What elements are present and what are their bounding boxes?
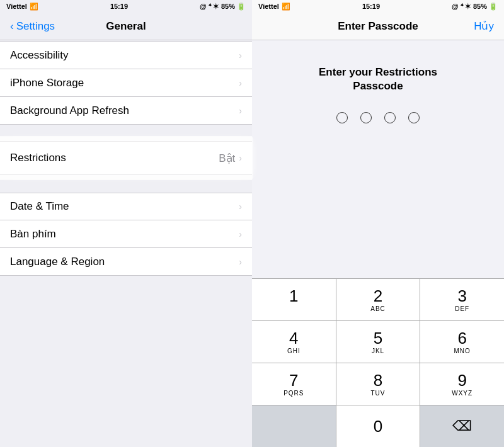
key-1-number: 1 <box>289 288 298 304</box>
accessibility-row[interactable]: Accessibility › <box>0 42 252 69</box>
keyboard-right: › <box>239 229 242 239</box>
restrictions-chevron: › <box>239 153 242 163</box>
key-5-number: 5 <box>374 330 382 346</box>
key-5-letters: JKL <box>372 348 384 354</box>
key-0[interactable]: 0 <box>336 405 421 447</box>
key-backspace[interactable]: ⌫ <box>420 405 504 447</box>
dot-1 <box>336 112 348 123</box>
keyboard-row[interactable]: Bàn phím › <box>0 220 252 248</box>
dot-4 <box>408 112 420 123</box>
restrictions-value: Bật <box>219 152 235 165</box>
passcode-prompt: Enter your RestrictionsPasscode <box>319 65 437 93</box>
dot-2 <box>360 112 372 123</box>
key-6-number: 6 <box>457 330 466 346</box>
keyboard-label: Bàn phím <box>10 228 56 240</box>
restrictions-right: Bật › <box>219 152 242 165</box>
back-chevron-icon: ‹ <box>10 20 14 33</box>
backspace-icon: ⌫ <box>452 418 472 434</box>
cancel-button[interactable]: Hủy <box>474 20 494 33</box>
key-3-number: 3 <box>457 288 466 304</box>
accessibility-label: Accessibility <box>10 49 69 62</box>
back-button[interactable]: ‹ Settings <box>10 20 55 33</box>
key-7[interactable]: 7 PQRS <box>252 363 336 405</box>
left-time: 15:19 <box>110 3 128 10</box>
key-6[interactable]: 6 MNO <box>420 321 504 363</box>
iphone-storage-row[interactable]: iPhone Storage › <box>0 69 252 97</box>
key-7-letters: PQRS <box>284 390 304 397</box>
right-panel: Viettel 📶 15:19 @ ⁴ ✶ 85% 🔋 Enter Passco… <box>252 0 504 447</box>
right-status-right: @ ⁴ ✶ 85% 🔋 <box>452 3 498 11</box>
key-4-letters: GHI <box>287 348 301 354</box>
right-status-icons: @ ⁴ ✶ <box>452 3 471 11</box>
date-time-chevron: › <box>239 201 242 212</box>
right-battery: 85% 🔋 <box>473 3 498 11</box>
language-row[interactable]: Language & Region › <box>0 248 252 276</box>
date-time-right: › <box>239 201 242 212</box>
right-status-bar: Viettel 📶 15:19 @ ⁴ ✶ 85% 🔋 <box>252 0 504 13</box>
left-status-bar: Viettel 📶 15:19 @ ⁴ ✶ 85% 🔋 <box>0 0 252 13</box>
back-label: Settings <box>16 20 55 33</box>
left-status-icons: @ ⁴ ✶ <box>200 3 219 11</box>
left-nav-title: General <box>106 20 146 33</box>
numpad-row-1: 1 2 ABC 3 DEF <box>252 279 504 321</box>
left-panel: Viettel 📶 15:19 @ ⁴ ✶ 85% 🔋 ‹ Settings G… <box>0 0 252 447</box>
numpad: 1 2 ABC 3 DEF 4 GHI 5 JKL 6 <box>252 278 504 447</box>
keyboard-chevron: › <box>239 229 242 239</box>
key-3[interactable]: 3 DEF <box>420 279 504 320</box>
key-8-number: 8 <box>374 372 382 388</box>
left-battery: 85% 🔋 <box>221 3 246 11</box>
key-5[interactable]: 5 JKL <box>336 321 421 363</box>
settings-section-bottom: Date & Time › Bàn phím › Language & Regi… <box>0 193 252 276</box>
iphone-storage-chevron: › <box>239 78 242 88</box>
right-carrier: Viettel <box>258 3 279 10</box>
background-refresh-chevron: › <box>239 106 242 116</box>
restrictions-label: Restrictions <box>10 152 66 164</box>
left-wifi-icon: 📶 <box>30 3 38 11</box>
left-status-right: @ ⁴ ✶ 85% 🔋 <box>200 3 246 11</box>
numpad-row-4: 0 ⌫ <box>252 405 504 447</box>
iphone-storage-right: › <box>239 78 242 88</box>
left-nav-bar: ‹ Settings General <box>0 13 252 40</box>
key-3-letters: DEF <box>455 305 469 312</box>
key-9-number: 9 <box>457 372 466 388</box>
left-carrier: Viettel <box>6 3 27 10</box>
left-status-left: Viettel 📶 <box>6 3 38 11</box>
key-1[interactable]: 1 <box>252 279 336 320</box>
key-8-letters: TUV <box>371 390 386 397</box>
date-time-label: Date & Time <box>10 200 69 213</box>
passcode-area: Enter your RestrictionsPasscode <box>252 40 504 278</box>
background-refresh-label: Background App Refresh <box>10 105 129 117</box>
accessibility-chevron: › <box>239 50 242 60</box>
background-refresh-right: › <box>239 106 242 116</box>
key-8[interactable]: 8 TUV <box>336 363 421 405</box>
key-6-letters: MNO <box>454 348 471 354</box>
language-label: Language & Region <box>10 256 105 268</box>
accessibility-right: › <box>239 50 242 60</box>
gap1 <box>0 125 252 136</box>
iphone-storage-label: iPhone Storage <box>10 77 84 89</box>
numpad-row-2: 4 GHI 5 JKL 6 MNO <box>252 321 504 363</box>
language-chevron: › <box>239 257 242 267</box>
key-1-letters <box>292 305 295 312</box>
right-nav-title: Enter Passcode <box>338 20 418 33</box>
key-4-number: 4 <box>289 330 298 346</box>
restrictions-row[interactable]: Restrictions Bật › <box>0 141 252 175</box>
date-time-row[interactable]: Date & Time › <box>0 193 252 220</box>
key-4[interactable]: 4 GHI <box>252 321 336 363</box>
right-time: 15:19 <box>362 3 380 10</box>
background-refresh-row[interactable]: Background App Refresh › <box>0 97 252 125</box>
key-empty <box>252 405 336 447</box>
key-9[interactable]: 9 WXYZ <box>420 363 504 405</box>
key-7-number: 7 <box>289 372 298 388</box>
gap2 <box>0 180 252 191</box>
key-2-number: 2 <box>374 288 382 304</box>
key-2[interactable]: 2 ABC <box>336 279 421 320</box>
settings-section-top: Accessibility › iPhone Storage › Backgro… <box>0 42 252 125</box>
settings-list: Accessibility › iPhone Storage › Backgro… <box>0 40 252 447</box>
right-wifi-icon: 📶 <box>282 3 290 11</box>
key-9-letters: WXYZ <box>452 390 472 397</box>
right-status-left: Viettel 📶 <box>258 3 290 11</box>
passcode-dots <box>336 112 420 123</box>
dot-3 <box>384 112 396 123</box>
numpad-row-3: 7 PQRS 8 TUV 9 WXYZ <box>252 363 504 405</box>
